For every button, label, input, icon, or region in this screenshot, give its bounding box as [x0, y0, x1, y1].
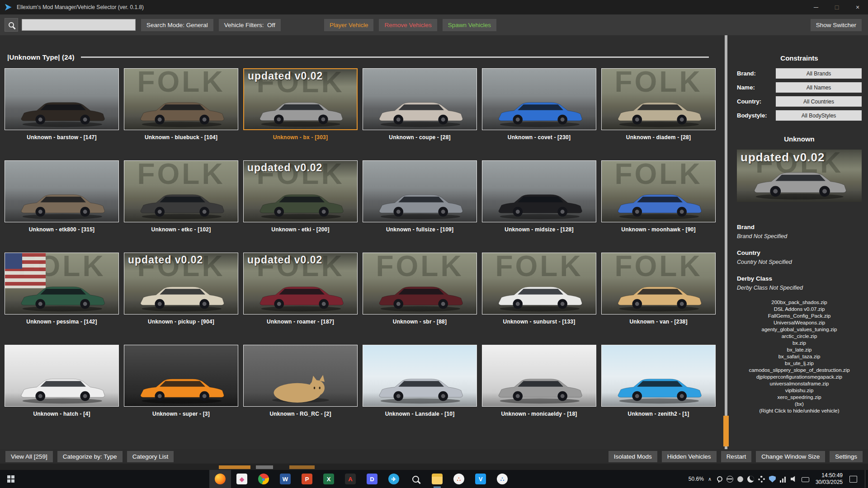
hidden-vehicles-button[interactable]: Hidden Vehicles — [662, 451, 717, 462]
vehicle-card-lansdale[interactable]: Unknown - Lansdale - [10] — [363, 345, 477, 417]
vehicle-card-rg-rc[interactable]: Unknown - RG_RC - [2] — [243, 345, 358, 417]
mod-file-item: viplbishu.zip — [737, 387, 862, 394]
vehicle-label: Unknown - moonhawk - [90] — [601, 226, 716, 233]
security-shield-icon[interactable] — [769, 476, 776, 483]
vehicle-card-bluebuck[interactable]: FOLK Unknown - bluebuck - [104] — [124, 68, 238, 141]
vehicle-card-etk800[interactable]: Unknown - etk800 - [315] — [5, 160, 119, 233]
volume-icon[interactable] — [791, 476, 797, 483]
taskbar-acrobat[interactable]: A — [340, 470, 361, 488]
vehicle-card-hatch[interactable]: Unknown - hatch - [4] — [5, 345, 119, 417]
wifi-signal-icon[interactable] — [780, 476, 787, 483]
search-button[interactable] — [5, 18, 18, 32]
title-bar: Ellexium's Mod Manager/Vehicle Selector … — [0, 0, 868, 14]
vehicle-card-bx[interactable]: FOLK updated v0.02Unknown - bx - [303] — [243, 68, 358, 141]
taskbar-app-blue-dots[interactable]: ∴ — [491, 470, 513, 488]
vehicle-card-midsize[interactable]: Unknown - midsize - [128] — [482, 160, 596, 233]
updated-banner: updated v0.02 — [244, 69, 357, 87]
constraint-brand-value[interactable]: All Brands — [776, 68, 862, 79]
vehicle-card-etkc[interactable]: FOLK Unknown - etkc - [102] — [124, 160, 238, 233]
vehicle-card-pickup[interactable]: FOLK updated v0.02Unknown - pickup - [90… — [124, 253, 238, 325]
vehicle-card-super[interactable]: Unknown - super - [3] — [124, 345, 238, 417]
taskbar-telegram[interactable]: ✈ — [383, 470, 405, 488]
constraint-name-value[interactable]: All Names — [776, 82, 862, 93]
car-illustration — [491, 186, 588, 220]
vehicle-card-etki[interactable]: FOLK updated v0.02Unknown - etki - [200] — [243, 160, 358, 233]
car-illustration — [132, 370, 230, 404]
vehicle-filters-button[interactable]: Vehicle Filters: Off — [219, 19, 281, 31]
network-globe-icon[interactable] — [726, 476, 733, 483]
scrollbar-thumb[interactable] — [723, 416, 729, 446]
vehicle-card-sunburst[interactable]: FOLK Unknown - sunburst - [133] — [482, 253, 596, 325]
constraint-country-value[interactable]: All Countries — [776, 96, 862, 107]
restart-button[interactable]: Restart — [721, 451, 752, 462]
taskbar-chrome[interactable]: ● — [253, 470, 274, 488]
vehicle-card-coupe[interactable]: Unknown - coupe - [28] — [363, 68, 477, 141]
car-illustration — [13, 278, 111, 312]
car-illustration — [371, 278, 469, 312]
clipped-content-strip — [0, 464, 868, 470]
vehicle-image: FOLK — [363, 253, 477, 314]
selected-mod-note: (bx) — [737, 401, 862, 408]
vehicle-image — [5, 345, 119, 407]
taskbar-app-white[interactable]: ◆ — [231, 470, 253, 488]
vehicle-card-barstow[interactable]: Unknown - barstow - [147] — [5, 68, 119, 141]
view-all-259-button[interactable]: View All [259] — [5, 451, 53, 462]
isolated-mods-button[interactable]: Isolated Mods — [609, 451, 657, 462]
category-list-button[interactable]: Category List — [127, 451, 174, 462]
vehicle-card-moonhawk[interactable]: FOLK Unknown - moonhawk - [90] — [601, 160, 716, 233]
vertical-scrollbar[interactable] — [722, 35, 731, 449]
taskbar-vscode[interactable]: V — [470, 470, 491, 488]
spawn-vehicles-button[interactable]: Spawn Vehicles — [443, 19, 496, 31]
categorize-by-type-button[interactable]: Categorize by: Type — [57, 451, 123, 462]
vehicle-card-zenith2[interactable]: Unknown - zenith2 - [1] — [601, 345, 716, 417]
start-button[interactable] — [0, 470, 22, 488]
taskbar-word[interactable]: W — [274, 470, 296, 488]
settings-tray-icon[interactable] — [758, 476, 765, 483]
taskbar-firefox[interactable] — [209, 470, 231, 488]
vehicle-card-monicaeldy[interactable]: Unknown - monicaeldy - [18] — [482, 345, 596, 417]
taskbar-file-explorer[interactable] — [426, 470, 448, 488]
scrollbar-track[interactable] — [725, 35, 727, 449]
vehicle-image — [363, 68, 477, 130]
mod-file-item: djplopperconfigurationsmegapack.zip — [737, 374, 862, 380]
car-illustration — [371, 94, 469, 128]
vehicle-card-fullsize[interactable]: Unknown - fullsize - [109] — [363, 160, 477, 233]
action-center-icon[interactable] — [849, 476, 857, 483]
vehicle-card-roamer[interactable]: FOLK updated v0.02Unknown - roamer - [18… — [243, 253, 358, 325]
status-dot-icon[interactable] — [737, 476, 743, 482]
constraint-bodystyle-value[interactable]: All BodyStyles — [776, 110, 862, 121]
search-icon — [412, 476, 419, 483]
vehicle-label: Unknown - roamer - [187] — [243, 319, 358, 325]
vehicle-card-pessima[interactable]: FOLK Unknown - pessima - [142] — [5, 253, 119, 325]
window-controls: ─ □ × — [806, 0, 868, 14]
vehicle-card-sbr[interactable]: FOLK Unknown - sbr - [88] — [363, 253, 477, 325]
search-mode-button[interactable]: Search Mode: General — [141, 19, 213, 31]
taskbar-excel[interactable]: X — [318, 470, 340, 488]
usage-readout[interactable]: 50.6% — [689, 476, 704, 482]
vehicle-card-covet[interactable]: Unknown - covet - [230] — [482, 68, 596, 141]
search-input[interactable] — [22, 19, 136, 31]
tray-expand-icon[interactable]: ∧ — [708, 476, 712, 482]
show-switcher-button[interactable]: Show Switcher — [811, 19, 862, 31]
clock[interactable]: 14:50:49 30/03/2025 — [816, 472, 843, 486]
pin-tray-icon[interactable] — [716, 476, 722, 483]
clock-date: 30/03/2025 — [816, 479, 843, 486]
car-illustration — [371, 186, 469, 220]
show-desktop-button[interactable] — [865, 470, 867, 488]
taskbar-app-orange-dots[interactable]: ∴ — [448, 470, 470, 488]
change-window-size-button[interactable]: Change Window Size — [756, 451, 825, 462]
touch-keyboard-icon[interactable] — [802, 477, 809, 482]
night-mode-icon[interactable] — [747, 476, 754, 483]
settings-button[interactable]: Settings — [830, 451, 863, 462]
remove-vehicles-button[interactable]: Remove Vehicles — [379, 19, 437, 31]
vehicle-grid-area: |Unknown Type| (24) Unknown - barstow - … — [0, 35, 722, 449]
player-vehicle-button[interactable]: Player Vehicle — [324, 19, 374, 31]
taskbar-discord[interactable]: D — [361, 470, 383, 488]
vehicle-card-diadem[interactable]: FOLK Unknown - diadem - [28] — [601, 68, 716, 141]
maximize-button[interactable]: □ — [826, 0, 847, 14]
close-button[interactable]: × — [847, 0, 868, 14]
vehicle-card-van[interactable]: FOLK Unknown - van - [238] — [601, 253, 716, 325]
taskbar-search-app[interactable] — [405, 470, 426, 488]
taskbar-powerpoint[interactable]: P — [296, 470, 318, 488]
minimize-button[interactable]: ─ — [806, 0, 826, 14]
